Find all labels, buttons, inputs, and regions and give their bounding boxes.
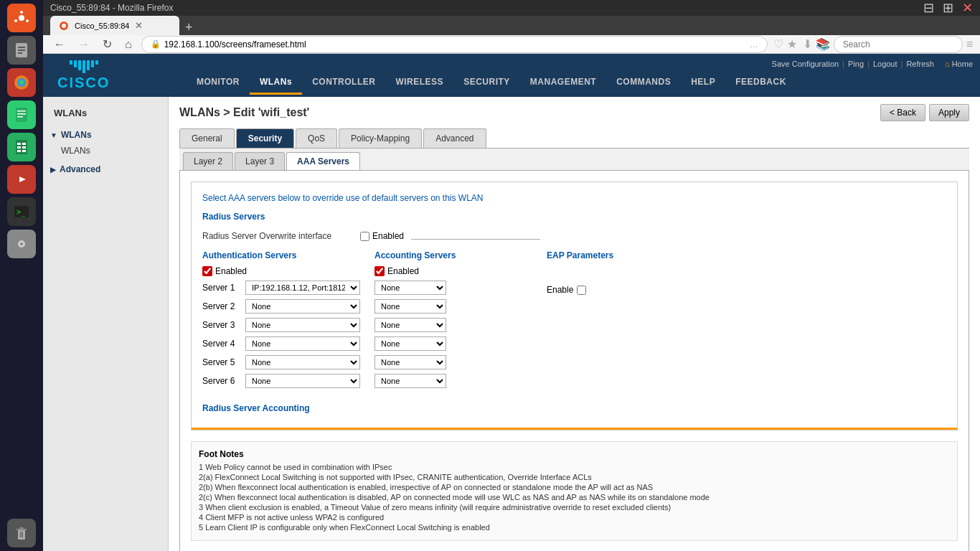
os-icon-firefox[interactable] — [7, 68, 36, 97]
maximize-btn[interactable]: ⊞ — [943, 0, 953, 16]
arrow-right-icon: ▶ — [50, 166, 56, 174]
eap-spacer — [547, 266, 661, 285]
tab-1-close[interactable]: ✕ — [135, 20, 143, 31]
browser-search-input[interactable] — [834, 36, 963, 53]
tab-advanced[interactable]: Advanced — [423, 128, 486, 148]
nav-wlans[interactable]: WLANs — [250, 71, 302, 95]
sub-tabs: Layer 2 Layer 3 AAA Servers — [179, 149, 969, 171]
addressbar-actions: ♡ ★ — [773, 37, 797, 51]
svg-rect-17 — [17, 143, 21, 145]
acct-server4-row: None — [374, 336, 532, 351]
svg-rect-30 — [18, 530, 25, 540]
svg-rect-31 — [17, 529, 27, 530]
acct-enabled-row: Enabled — [374, 266, 532, 276]
os-icon-files[interactable] — [7, 36, 36, 65]
os-icon-calc[interactable] — [7, 133, 36, 161]
subtab-layer3[interactable]: Layer 3 — [235, 152, 285, 170]
acct-server1-select[interactable]: None — [374, 281, 446, 295]
eap-col: EAP Parameters Enable — [547, 250, 661, 392]
logout-link[interactable]: Logout — [873, 60, 897, 68]
auth-server6-label: Server 6 — [202, 376, 242, 386]
nav-feedback[interactable]: FEEDBACK — [725, 71, 796, 95]
auth-server5-select[interactable]: None — [245, 355, 360, 369]
tab-policy-mapping[interactable]: Policy-Mapping — [339, 128, 422, 148]
bookmark-icon[interactable]: ♡ — [773, 37, 783, 51]
menu-icon[interactable]: ≡ — [966, 38, 973, 51]
apply-button[interactable]: Apply — [929, 104, 969, 121]
back-btn[interactable]: ← — [50, 37, 69, 52]
auth-enabled-checkbox[interactable] — [202, 266, 212, 276]
home-icon-wrap[interactable]: ⌂ Home — [945, 60, 973, 68]
nav-security[interactable]: SECURITY — [453, 71, 520, 95]
window-controls[interactable]: ⊟ ⊞ ✕ — [923, 0, 973, 16]
sidebar-group-wlans-header[interactable]: ▼ WLANs — [43, 127, 168, 143]
orange-bar — [192, 428, 957, 430]
acct-server2-select[interactable]: None — [374, 299, 446, 314]
svg-rect-12 — [16, 108, 27, 122]
radius-overwrite-checkbox[interactable] — [360, 232, 369, 241]
ping-link[interactable]: Ping — [848, 60, 864, 68]
new-tab-btn[interactable]: + — [185, 20, 193, 35]
servers-section: Authentication Servers Enabled Server 1 — [202, 250, 946, 392]
os-icon-settings[interactable] — [7, 230, 36, 258]
sidebar-group-wlans: ▼ WLANs WLANs — [43, 126, 168, 160]
svg-rect-18 — [22, 143, 26, 145]
auth-enabled-row: Enabled — [202, 266, 360, 276]
nav-management[interactable]: MANAGEMENT — [520, 71, 606, 95]
forward-btn[interactable]: → — [75, 37, 93, 52]
page-title: WLANs > Edit 'wifi_test' — [179, 106, 309, 119]
svg-text:>_: >_ — [17, 208, 26, 217]
star-icon[interactable]: ★ — [787, 37, 797, 51]
svg-rect-6 — [18, 47, 25, 48]
downloads-icon[interactable]: ⬇ — [803, 37, 812, 51]
nav-commands[interactable]: COMMANDS — [606, 71, 681, 95]
auth-server3-select[interactable]: None — [245, 318, 360, 332]
bookmarks-icon[interactable]: 📚 — [816, 37, 830, 51]
minimize-btn[interactable]: ⊟ — [923, 0, 934, 16]
os-icon-writer[interactable] — [7, 100, 36, 129]
close-btn[interactable]: ✕ — [962, 0, 973, 16]
sidebar-item-wlans[interactable]: WLANs — [43, 143, 168, 159]
radius-overwrite-enabled-label: Enabled — [372, 231, 404, 241]
radius-overwrite-label: Radius Server Overwrite interface — [202, 231, 360, 241]
subtab-aaa-servers[interactable]: AAA Servers — [286, 152, 360, 170]
os-icon-terminal[interactable]: >_ — [7, 197, 36, 226]
tab-qos[interactable]: QoS — [296, 128, 337, 148]
auth-server6-select[interactable]: None — [245, 374, 360, 388]
home-btn[interactable]: ⌂ — [121, 37, 136, 52]
acct-server3-select[interactable]: None — [374, 318, 446, 332]
home-link[interactable]: Home — [952, 60, 973, 68]
nav-wireless[interactable]: WIRELESS — [385, 71, 453, 95]
auth-server5-row: Server 5 None — [202, 355, 360, 369]
eap-enable-checkbox[interactable] — [577, 286, 586, 295]
save-config-link[interactable]: Save Configuration — [772, 60, 839, 68]
nav-monitor[interactable]: MONITOR — [187, 71, 250, 95]
tab-security[interactable]: Security — [236, 128, 294, 148]
back-button[interactable]: < Back — [880, 104, 925, 121]
tab-general[interactable]: General — [179, 128, 235, 148]
nav-controller[interactable]: CONTROLLER — [302, 71, 385, 95]
acct-server4-select[interactable]: None — [374, 336, 446, 351]
os-taskbar: >_ — [0, 0, 43, 551]
address-bar[interactable]: 🔒 … — [141, 36, 768, 53]
acct-enabled-checkbox[interactable] — [374, 266, 385, 276]
auth-server4-select[interactable]: None — [245, 336, 360, 351]
os-icon-ubuntu[interactable] — [7, 4, 36, 32]
os-icon-trash[interactable] — [7, 519, 36, 547]
url-input[interactable] — [164, 39, 746, 50]
refresh-link[interactable]: Refresh — [906, 60, 934, 68]
auth-server2-select[interactable]: None — [245, 299, 360, 314]
footnote-2b: 2(b) When flexconnect local authenticati… — [199, 483, 950, 491]
aaa-form: Select AAA servers below to override use… — [191, 182, 958, 430]
reload-btn[interactable]: ↻ — [99, 36, 116, 52]
os-icon-impress[interactable] — [7, 165, 36, 194]
subtab-layer2[interactable]: Layer 2 — [183, 152, 233, 170]
acct-server6-select[interactable]: None — [374, 374, 446, 388]
auth-server5-label: Server 5 — [202, 357, 242, 367]
nav-help[interactable]: HELP — [681, 71, 725, 95]
svg-rect-14 — [17, 113, 26, 115]
browser-tab-1[interactable]: Cisco_55:89:84 ✕ — [50, 16, 179, 35]
acct-server5-select[interactable]: None — [374, 355, 446, 369]
auth-server1-select[interactable]: IP:192.168.1.12, Port:1812 — [245, 281, 360, 295]
sidebar-group-advanced-header[interactable]: ▶ Advanced — [43, 161, 168, 177]
